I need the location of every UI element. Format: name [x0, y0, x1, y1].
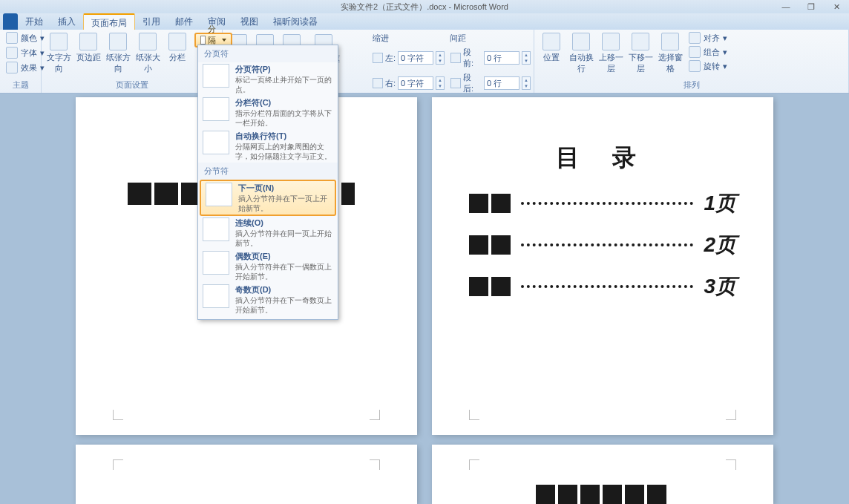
- margins-icon: [79, 33, 97, 50]
- indent-right-input[interactable]: 0 字符: [398, 76, 433, 90]
- forward-icon: [602, 33, 620, 50]
- indent-left-input[interactable]: 0 字符: [398, 51, 433, 65]
- indent-header: 缩进: [373, 33, 389, 44]
- dropdown-item-odd-page[interactable]: 奇数页(D)插入分节符并在下一奇数页上开始新节。: [198, 283, 338, 316]
- column-break-icon: [203, 97, 229, 121]
- wrap-button[interactable]: 自动换行: [567, 31, 595, 74]
- dropdown-item-continuous[interactable]: 连续(O)插入分节符并在同一页上开始新节。: [198, 216, 338, 249]
- page-break-icon: [203, 64, 229, 88]
- spacing-before-spinner[interactable]: ▲▼: [522, 51, 531, 65]
- indent-right-spinner[interactable]: ▲▼: [436, 76, 445, 90]
- dropdown-item-even-page[interactable]: 偶数页(E)插入分节符并在下一偶数页上开始新节。: [198, 249, 338, 283]
- title-bar: 实验文件2（正式文件）.docx - Microsoft Word — ❐ ✕: [0, 0, 849, 13]
- spacing-after-spinner[interactable]: ▲▼: [522, 76, 531, 90]
- next-page-icon: [206, 183, 232, 206]
- group-paragraph: 缩进 间距 左: 0 字符 ▲▼ 段前: 0 行 ▲▼: [370, 30, 534, 93]
- continuous-icon: [203, 217, 229, 241]
- tab-insert[interactable]: 插入: [50, 13, 83, 30]
- size-button[interactable]: 纸张大小: [134, 31, 162, 74]
- group-page-setup-label: 页面设置: [45, 79, 219, 91]
- align-button[interactable]: 对齐▾: [686, 31, 730, 45]
- toc-entry: 2页: [469, 231, 736, 259]
- breaks-dropdown-menu: 分页符 分页符(P)标记一页终止并开始下一页的点。 分栏符(C)指示分栏符后面的…: [197, 45, 338, 320]
- text-direction-button[interactable]: 文字方向: [45, 31, 73, 74]
- dropdown-item-next-page[interactable]: 下一页(N)插入分节符并在下一页上开始新节。: [200, 180, 336, 216]
- tab-foxit[interactable]: 福昕阅读器: [266, 13, 325, 30]
- even-page-icon: [203, 251, 229, 275]
- toc-entry: 1页: [469, 189, 736, 217]
- selection-icon: [661, 33, 679, 50]
- group-theme-label: 主题: [3, 79, 38, 91]
- rotate-button[interactable]: 旋转▾: [686, 59, 730, 73]
- indent-left-spinner[interactable]: ▲▼: [436, 51, 445, 65]
- dropdown-item-page-break[interactable]: 分页符(P)标记一页终止并开始下一页的点。: [198, 62, 338, 96]
- tab-references[interactable]: 引用: [135, 13, 168, 30]
- spacing-after-row: 段后: 0 行 ▲▼: [450, 72, 531, 94]
- odd-page-icon: [203, 284, 229, 308]
- effects-button[interactable]: 效果▾: [3, 61, 47, 74]
- position-button[interactable]: 位置: [537, 31, 566, 63]
- selection-button[interactable]: 选择窗格: [656, 31, 684, 74]
- tab-layout[interactable]: 页面布局: [83, 13, 135, 30]
- tab-view[interactable]: 视图: [233, 13, 266, 30]
- indent-right-icon: [373, 78, 383, 88]
- group-theme: 颜色▾ 字体▾ 效果▾ 主题: [0, 30, 42, 93]
- orientation-icon: [109, 33, 127, 50]
- dropdown-section-sectionbreaks: 分节符: [198, 163, 338, 180]
- colors-button[interactable]: 颜色▾: [3, 31, 47, 45]
- spacing-after-icon: [450, 78, 461, 88]
- text-direction-icon: [50, 33, 68, 50]
- margins-button[interactable]: 页边距: [74, 31, 102, 63]
- page-2[interactable]: 目 录 1页 2页 3页: [432, 97, 773, 435]
- dropdown-section-pagebreaks: 分页符: [198, 45, 338, 62]
- tab-mailings[interactable]: 邮件: [168, 13, 200, 30]
- group-page-setup: 文字方向 页边距 纸张方向 纸张大小 分栏 分隔符 页面设置: [42, 30, 223, 93]
- orientation-button[interactable]: 纸张方向: [104, 31, 132, 74]
- group-arrange-label: 排列: [537, 79, 845, 91]
- chevron-down-icon: [222, 39, 226, 42]
- page-4[interactable]: [432, 445, 773, 504]
- toc-entry: 3页: [469, 272, 736, 301]
- tab-home[interactable]: 开始: [18, 13, 50, 30]
- close-button[interactable]: ✕: [824, 0, 849, 13]
- colors-icon: [6, 32, 18, 44]
- spacing-before-input[interactable]: 0 行: [484, 51, 519, 65]
- columns-button[interactable]: 分栏: [163, 31, 191, 63]
- group-button[interactable]: 组合▾: [686, 45, 730, 59]
- redacted-heading: [536, 485, 666, 504]
- indent-left-icon: [373, 53, 383, 63]
- forward-button[interactable]: 上移一层: [597, 31, 625, 74]
- spacing-before-row: 段前: 0 行 ▲▼: [450, 47, 531, 69]
- backward-button[interactable]: 下移一层: [626, 31, 655, 74]
- columns-icon: [168, 33, 186, 50]
- group-icon: [689, 46, 701, 58]
- window-title: 实验文件2（正式文件）.docx - Microsoft Word: [341, 1, 508, 13]
- dropdown-item-column-break[interactable]: 分栏符(C)指示分栏符后面的文字将从下一栏开始。: [198, 96, 338, 129]
- backward-icon: [632, 33, 649, 50]
- size-icon: [139, 33, 157, 50]
- file-tab[interactable]: [3, 13, 18, 30]
- spacing-header: 间距: [450, 33, 466, 44]
- spacing-before-icon: [450, 53, 461, 63]
- position-icon: [542, 33, 560, 50]
- indent-left-row: 左: 0 字符 ▲▼: [373, 47, 445, 69]
- rotate-icon: [689, 60, 701, 72]
- ribbon-tabs: 开始 插入 页面布局 引用 邮件 审阅 视图 福昕阅读器: [0, 13, 849, 30]
- minimize-button[interactable]: —: [773, 0, 799, 13]
- wrap-icon: [572, 33, 590, 50]
- window-controls: — ❐ ✕: [773, 0, 849, 13]
- spacing-after-input[interactable]: 0 行: [484, 76, 519, 90]
- document-area[interactable]: 目 录 1页 2页 3页: [0, 94, 849, 504]
- dropdown-item-text-wrapping[interactable]: 自动换行符(T)分隔网页上的对象周围的文字，如分隔题注文字与正文。: [198, 129, 338, 163]
- fonts-icon: [6, 47, 18, 59]
- effects-icon: [6, 62, 18, 73]
- toc-title: 目 录: [432, 142, 773, 174]
- group-arrange: 位置 自动换行 上移一层 下移一层 选择窗格 对齐▾ 组合▾ 旋转▾ 排列: [534, 30, 849, 93]
- maximize-button[interactable]: ❐: [799, 0, 824, 13]
- align-icon: [689, 32, 701, 44]
- page-3[interactable]: [76, 445, 417, 504]
- indent-right-row: 右: 0 字符 ▲▼: [373, 72, 445, 94]
- fonts-button[interactable]: 字体▾: [3, 46, 47, 59]
- ribbon: 颜色▾ 字体▾ 效果▾ 主题 文字方向 页边距 纸张方向 纸张大小 分栏 分隔符…: [0, 30, 849, 94]
- breaks-icon: [200, 36, 206, 45]
